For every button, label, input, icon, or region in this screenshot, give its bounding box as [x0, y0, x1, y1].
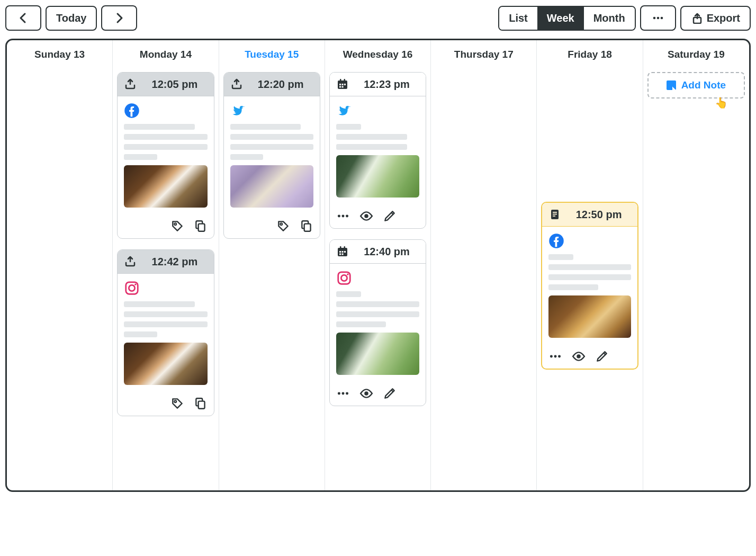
upload-icon: [124, 78, 137, 91]
card-actions: [330, 204, 426, 228]
twitter-icon: [230, 103, 246, 119]
instagram-icon: [336, 270, 352, 286]
facebook-icon: [548, 233, 564, 249]
more-icon[interactable]: [548, 349, 562, 363]
card-time: 12:42 pm: [142, 256, 207, 268]
day-header: Saturday 19: [643, 40, 749, 69]
card-header: 12:42 pm: [118, 250, 213, 274]
export-icon: [691, 12, 703, 24]
view-month[interactable]: Month: [584, 7, 635, 30]
day-col-friday: Friday 18 12:50 pm: [537, 40, 643, 490]
post-card[interactable]: 12:05 pm: [117, 72, 214, 239]
eye-icon[interactable]: [572, 349, 586, 363]
view-week[interactable]: Week: [537, 7, 584, 30]
post-card[interactable]: 12:40 pm: [329, 239, 426, 406]
today-button[interactable]: Today: [46, 6, 97, 31]
upload-icon: [124, 255, 137, 268]
post-card[interactable]: 12:23 pm: [329, 72, 426, 229]
arrow-right-icon: [113, 12, 125, 24]
day-col-saturday: Saturday 19 Add Note 👆: [643, 40, 749, 490]
instagram-icon: [124, 280, 140, 296]
tag-icon[interactable]: [276, 219, 290, 233]
arrow-left-icon: [17, 12, 30, 24]
day-col-thursday: Thursday 17: [431, 40, 537, 490]
next-button[interactable]: [101, 5, 137, 31]
post-image: [336, 155, 419, 198]
post-text-placeholder: [336, 291, 419, 327]
day-header: Tuesday 15: [219, 40, 325, 69]
card-header: 12:20 pm: [224, 73, 320, 96]
card-actions: [542, 344, 637, 369]
day-header: Wednesday 16: [325, 40, 430, 69]
card-header: 12:50 pm: [542, 203, 637, 227]
twitter-icon: [336, 103, 352, 119]
card-time: 12:50 pm: [566, 209, 631, 221]
add-note-button[interactable]: Add Note 👆: [647, 72, 745, 98]
card-header: 12:40 pm: [330, 240, 426, 264]
pencil-icon[interactable]: [383, 209, 397, 223]
view-list[interactable]: List: [499, 7, 537, 30]
export-label: Export: [707, 12, 740, 24]
card-time: 12:23 pm: [354, 78, 419, 91]
card-time: 12:05 pm: [142, 78, 207, 91]
post-text-placeholder: [124, 301, 207, 337]
eye-icon[interactable]: [359, 209, 373, 223]
day-col-tuesday: Tuesday 15 12:20 pm: [219, 40, 325, 490]
post-card[interactable]: 12:20 pm: [223, 72, 320, 239]
calendar: Sunday 13 Monday 14 12:05 pm: [5, 39, 751, 492]
tag-icon[interactable]: [170, 219, 184, 233]
post-text-placeholder: [548, 254, 631, 290]
day-header: Monday 14: [113, 40, 218, 69]
post-image: [336, 333, 419, 375]
toolbar: Today List Week Month Export: [5, 5, 751, 31]
pencil-icon[interactable]: [595, 349, 609, 363]
pencil-icon[interactable]: [383, 387, 397, 400]
card-time: 12:40 pm: [354, 246, 419, 258]
more-button[interactable]: [640, 5, 676, 31]
view-toggle: List Week Month: [498, 6, 635, 31]
post-image: [124, 165, 207, 208]
post-image: [230, 165, 313, 208]
document-icon: [548, 208, 561, 221]
calendar-icon: [336, 245, 349, 258]
card-header: 12:05 pm: [118, 73, 213, 96]
more-icon[interactable]: [336, 209, 350, 223]
day-header: Thursday 17: [431, 40, 536, 69]
card-actions: [330, 381, 426, 406]
post-text-placeholder: [124, 124, 207, 160]
card-actions: [224, 214, 320, 238]
post-image: [124, 343, 207, 385]
post-text-placeholder: [230, 124, 313, 160]
post-card[interactable]: 12:50 pm: [541, 202, 638, 370]
post-card[interactable]: 12:42 pm: [117, 249, 214, 416]
export-button[interactable]: Export: [680, 6, 751, 31]
more-icon[interactable]: [336, 387, 350, 400]
day-col-sunday: Sunday 13: [7, 40, 113, 490]
card-actions: [118, 214, 213, 238]
tag-icon[interactable]: [170, 397, 184, 410]
copy-icon[interactable]: [194, 219, 208, 233]
copy-icon[interactable]: [300, 219, 313, 233]
calendar-icon: [336, 78, 349, 91]
day-header: Friday 18: [537, 40, 642, 69]
post-image: [548, 295, 631, 338]
card-time: 12:20 pm: [248, 78, 313, 91]
post-text-placeholder: [336, 124, 419, 150]
note-icon: [667, 80, 676, 90]
more-icon: [652, 12, 664, 24]
add-note-label: Add Note: [681, 79, 726, 91]
day-col-wednesday: Wednesday 16 12:23 pm: [325, 40, 431, 490]
day-col-monday: Monday 14 12:05 pm: [113, 40, 219, 490]
eye-icon[interactable]: [359, 387, 373, 400]
prev-button[interactable]: [5, 5, 41, 31]
card-actions: [118, 391, 213, 416]
day-header: Sunday 13: [7, 40, 112, 69]
cursor-hand-icon: 👆: [715, 96, 728, 109]
copy-icon[interactable]: [194, 397, 208, 410]
card-header: 12:23 pm: [330, 73, 426, 96]
upload-icon: [230, 78, 243, 91]
facebook-icon: [124, 103, 140, 119]
